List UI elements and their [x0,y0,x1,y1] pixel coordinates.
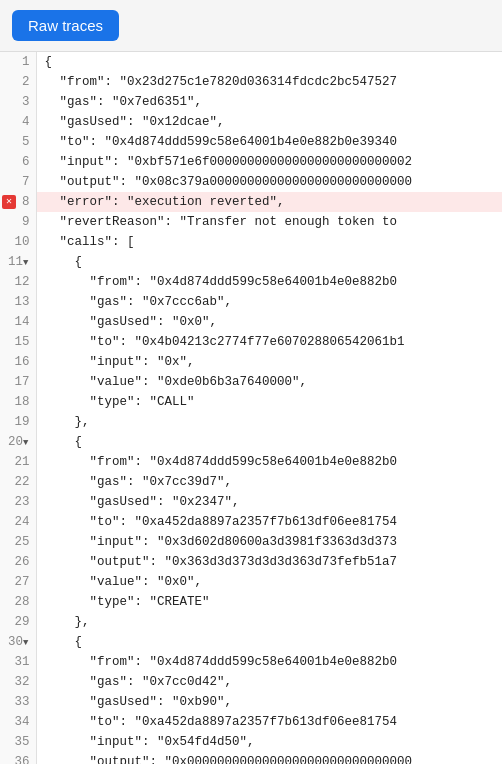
code-line: "from": "0x23d275c1e7820d036314fdcdc2bc5… [36,72,502,92]
collapse-arrow-icon[interactable]: ▼ [23,638,28,648]
table-row: 26 "output": "0x363d3d373d3d3d363d73fefb… [0,552,502,572]
line-number: 27 [0,572,36,592]
table-row: 22 "gas": "0x7cc39d7", [0,472,502,492]
table-row: 7 "output": "0x08c379a000000000000000000… [0,172,502,192]
line-number: 16 [0,352,36,372]
table-row: 23 "gasUsed": "0x2347", [0,492,502,512]
table-row: 21 "from": "0x4d874ddd599c58e64001b4e0e8… [0,452,502,472]
table-row: 15 "to": "0x4b04213c2774f77e607028806542… [0,332,502,352]
table-row: 36 "output": "0x000000000000000000000000… [0,752,502,764]
table-row: 27 "value": "0x0", [0,572,502,592]
code-line: "from": "0x4d874ddd599c58e64001b4e0e882b… [36,272,502,292]
code-line: { [36,52,502,72]
code-line: "error": "execution reverted", [36,192,502,212]
line-number: 7 [0,172,36,192]
table-row: 35 "input": "0x54fd4d50", [0,732,502,752]
code-line: "input": "0x3d602d80600a3d3981f3363d3d37… [36,532,502,552]
table-row: 25 "input": "0x3d602d80600a3d3981f3363d3… [0,532,502,552]
table-row: 17 "value": "0xde0b6b3a7640000", [0,372,502,392]
line-number: 22 [0,472,36,492]
code-line: "gasUsed": "0x0", [36,312,502,332]
line-number: 14 [0,312,36,332]
code-line: "gas": "0x7ed6351", [36,92,502,112]
line-number: 10 [0,232,36,252]
code-line: "value": "0xde0b6b3a7640000", [36,372,502,392]
code-line: "value": "0x0", [36,572,502,592]
line-number: 3 [0,92,36,112]
table-row: 20 ▼ { [0,432,502,452]
code-line: { [36,432,502,452]
code-line: "gasUsed": "0xb90", [36,692,502,712]
line-number: 2 [0,72,36,92]
code-line: "gas": "0x7ccc6ab", [36,292,502,312]
table-row: 1{ [0,52,502,72]
code-line: }, [36,612,502,632]
table-row: 14 "gasUsed": "0x0", [0,312,502,332]
line-number: 17 [0,372,36,392]
line-number: 33 [0,692,36,712]
code-line: "output": "0x000000000000000000000000000… [36,752,502,764]
line-number: 26 [0,552,36,572]
table-row: 24 "to": "0xa452da8897a2357f7b613df06ee8… [0,512,502,532]
line-number: 12 [0,272,36,292]
table-row: 2 "from": "0x23d275c1e7820d036314fdcdc2b… [0,72,502,92]
code-line: "calls": [ [36,232,502,252]
table-row: 34 "to": "0xa452da8897a2357f7b613df06ee8… [0,712,502,732]
line-number: 13 [0,292,36,312]
line-number: 19 [0,412,36,432]
table-row: 30 ▼ { [0,632,502,652]
line-number: 1 [0,52,36,72]
line-number: 20 ▼ [0,432,36,452]
line-number: 23 [0,492,36,512]
table-row: 32 "gas": "0x7cc0d42", [0,672,502,692]
code-table: 1{2 "from": "0x23d275c1e7820d036314fdcdc… [0,52,502,764]
line-number: 34 [0,712,36,732]
line-number: 5 [0,132,36,152]
code-line: "to": "0x4b04213c2774f77e607028806542061… [36,332,502,352]
line-num-text: 11 [8,255,23,269]
code-line: "from": "0x4d874ddd599c58e64001b4e0e882b… [36,452,502,472]
line-number: 21 [0,452,36,472]
table-row: ✕8 "error": "execution reverted", [0,192,502,212]
code-line: "type": "CREATE" [36,592,502,612]
line-number: 24 [0,512,36,532]
raw-traces-button[interactable]: Raw traces [12,10,119,41]
table-row: 31 "from": "0x4d874ddd599c58e64001b4e0e8… [0,652,502,672]
code-line: { [36,632,502,652]
line-number: 32 [0,672,36,692]
table-row: 5 "to": "0x4d874ddd599c58e64001b4e0e882b… [0,132,502,152]
table-row: 3 "gas": "0x7ed6351", [0,92,502,112]
table-row: 9 "revertReason": "Transfer not enough t… [0,212,502,232]
line-number: 25 [0,532,36,552]
line-number: 9 [0,212,36,232]
line-number: 6 [0,152,36,172]
collapse-arrow-icon[interactable]: ▼ [23,258,28,268]
table-row: 29 }, [0,612,502,632]
line-number: ✕8 [0,192,36,212]
line-number: 15 [0,332,36,352]
table-row: 33 "gasUsed": "0xb90", [0,692,502,712]
collapse-arrow-icon[interactable]: ▼ [23,438,28,448]
code-line: "to": "0xa452da8897a2357f7b613df06ee8175… [36,712,502,732]
line-num-text: 8 [22,195,30,209]
line-number: 30 ▼ [0,632,36,652]
line-number: 4 [0,112,36,132]
line-number: 11 ▼ [0,252,36,272]
line-number: 29 [0,612,36,632]
header: Raw traces [0,0,502,52]
table-row: 6 "input": "0xbf571e6f000000000000000000… [0,152,502,172]
line-number: 35 [0,732,36,752]
line-num-text: 30 [8,635,23,649]
code-line: "gasUsed": "0x12dcae", [36,112,502,132]
table-row: 11 ▼ { [0,252,502,272]
error-icon: ✕ [2,195,16,209]
table-row: 13 "gas": "0x7ccc6ab", [0,292,502,312]
table-row: 18 "type": "CALL" [0,392,502,412]
line-number: 36 [0,752,36,764]
table-row: 4 "gasUsed": "0x12dcae", [0,112,502,132]
table-row: 28 "type": "CREATE" [0,592,502,612]
code-area[interactable]: 1{2 "from": "0x23d275c1e7820d036314fdcdc… [0,52,502,764]
table-row: 19 }, [0,412,502,432]
code-line: { [36,252,502,272]
code-line: "output": "0x08c379a00000000000000000000… [36,172,502,192]
